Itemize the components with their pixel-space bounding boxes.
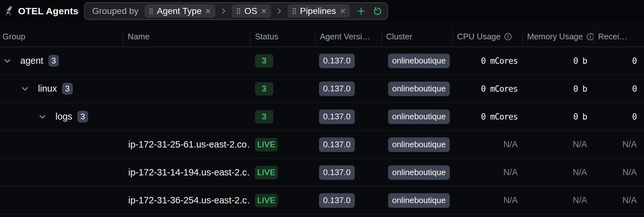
cluster-cell: onlineboutique <box>381 75 452 102</box>
receivers-value: 0 <box>593 103 644 130</box>
agent-version-cell: 0.137.0 <box>315 159 381 186</box>
agent-version-chip: 0.137.0 <box>319 109 355 124</box>
cluster-chip: onlineboutique <box>388 109 450 124</box>
cluster-chip: onlineboutique <box>388 82 450 96</box>
cluster-cell: onlineboutique <box>381 131 452 158</box>
chevron-down-icon[interactable] <box>4 59 11 63</box>
group-count-badge: 3 <box>62 83 73 94</box>
chevron-down-icon[interactable] <box>22 87 29 91</box>
cluster-chip: onlineboutique <box>388 193 450 208</box>
agent-version-cell: 0.137.0 <box>315 103 381 130</box>
table-row-agent[interactable]: ip-172-31-14-194.us-east-2.c… LIVE 0.137… <box>0 159 644 187</box>
agent-version-cell: 0.137.0 <box>315 75 381 102</box>
group-cell <box>0 159 123 186</box>
table-row-group-linux[interactable]: linux 3 3 0.137.0 onlineboutique 0 mCore… <box>0 75 644 103</box>
cpu-usage-value: N/A <box>452 131 522 158</box>
cpu-usage-value: 0 mCores <box>452 47 522 75</box>
column-label: CPU Usage <box>457 32 501 42</box>
telescope-icon <box>4 6 14 16</box>
drag-handle-icon[interactable] <box>149 8 153 15</box>
cpu-usage-value: N/A <box>452 159 522 186</box>
agent-name: ip-172-31-25-61.us-east-2.co… <box>123 131 250 158</box>
column-label: Cluster <box>386 32 412 42</box>
group-label: logs <box>55 111 72 122</box>
column-header-status[interactable]: Status <box>250 27 315 47</box>
column-header-cpu-usage[interactable]: CPU Usage <box>452 27 522 47</box>
chip-label: Pipelines <box>300 6 336 16</box>
column-label: Name <box>128 32 150 42</box>
close-icon[interactable] <box>261 8 267 14</box>
memory-usage-value: 0 b <box>522 75 593 102</box>
chip-label: OS <box>244 6 257 16</box>
page-title: OTEL Agents <box>18 6 79 16</box>
status-badge-live: LIVE <box>255 166 278 179</box>
agent-version-chip: 0.137.0 <box>319 193 355 208</box>
app-brand: OTEL Agents 6 <box>4 4 95 18</box>
cluster-chip: onlineboutique <box>388 137 450 152</box>
receivers-value: 0 <box>593 47 644 75</box>
status-cell: LIVE <box>250 159 315 186</box>
info-icon[interactable] <box>504 32 512 41</box>
group-chip-agent-type[interactable]: Agent Type <box>144 4 215 18</box>
memory-usage-value: 0 b <box>522 103 593 130</box>
drag-handle-icon[interactable] <box>292 8 296 15</box>
receivers-value: 0 <box>593 75 644 102</box>
group-cell: agent 3 <box>0 47 123 75</box>
status-badge: 3 <box>255 82 273 95</box>
name-cell <box>123 103 250 130</box>
receivers-value: N/A <box>593 131 644 158</box>
cluster-chip: onlineboutique <box>388 54 450 68</box>
receivers-value: N/A <box>593 187 644 214</box>
info-icon[interactable] <box>586 32 593 41</box>
table-header: Group Name Status Agent Versi… Cluster C… <box>0 27 644 47</box>
column-header-receivers[interactable]: Recei… <box>593 27 644 47</box>
group-count-badge: 3 <box>48 55 59 66</box>
table-row-agent[interactable]: ip-172-31-36-254.us-east-2.c… LIVE 0.137… <box>0 187 644 214</box>
group-cell: linux 3 <box>0 75 123 102</box>
agents-table: agent 3 3 0.137.0 onlineboutique 0 mCore… <box>0 47 644 214</box>
agent-version-chip: 0.137.0 <box>319 137 355 152</box>
column-label: Agent Versi… <box>320 32 370 42</box>
column-label: Status <box>255 32 278 42</box>
refresh-icon[interactable] <box>372 6 382 16</box>
group-label: linux <box>38 83 57 94</box>
status-badge-live: LIVE <box>255 194 278 207</box>
cluster-cell: onlineboutique <box>381 159 452 186</box>
close-icon[interactable] <box>340 8 346 14</box>
status-badge: 3 <box>255 110 273 123</box>
cluster-chip: onlineboutique <box>388 165 450 180</box>
column-header-agent-version[interactable]: Agent Versi… <box>315 27 381 47</box>
memory-usage-value: N/A <box>522 187 593 214</box>
group-chip-pipelines[interactable]: Pipelines <box>288 4 350 18</box>
group-cell <box>0 187 123 214</box>
group-by-toolbar: Grouped by Agent Type OS <box>84 2 388 20</box>
column-header-group[interactable]: Group <box>0 27 123 47</box>
column-label: Recei… <box>598 32 627 42</box>
chip-label: Agent Type <box>157 6 201 16</box>
group-chip-os[interactable]: OS <box>232 4 271 18</box>
status-badge: 3 <box>255 54 273 68</box>
chevron-down-icon[interactable] <box>39 115 46 119</box>
cluster-cell: onlineboutique <box>381 47 452 75</box>
column-header-memory-usage[interactable]: Memory Usage <box>522 27 593 47</box>
agent-version-chip: 0.137.0 <box>319 54 355 68</box>
column-header-cluster[interactable]: Cluster <box>381 27 452 47</box>
receivers-value: N/A <box>593 159 644 186</box>
cpu-usage-value: 0 mCores <box>452 103 522 130</box>
name-cell <box>123 47 250 75</box>
drag-handle-icon[interactable] <box>236 8 241 15</box>
close-icon[interactable] <box>205 8 211 14</box>
column-label: Group <box>3 32 25 42</box>
agent-name: ip-172-31-14-194.us-east-2.c… <box>123 159 250 186</box>
plus-icon[interactable] <box>357 7 366 16</box>
status-cell: 3 <box>250 75 315 102</box>
table-row-group-logs[interactable]: logs 3 3 0.137.0 onlineboutique 0 mCores… <box>0 103 644 131</box>
chevron-right-icon <box>277 7 282 15</box>
agent-name: ip-172-31-36-254.us-east-2.c… <box>123 187 250 214</box>
table-row-group-agent[interactable]: agent 3 3 0.137.0 onlineboutique 0 mCore… <box>0 47 644 75</box>
table-row-agent[interactable]: ip-172-31-25-61.us-east-2.co… LIVE 0.137… <box>0 131 644 159</box>
column-header-name[interactable]: Name <box>123 27 250 47</box>
name-cell <box>123 75 250 102</box>
memory-usage-value: 0 b <box>522 47 593 75</box>
group-cell: logs 3 <box>0 103 123 130</box>
